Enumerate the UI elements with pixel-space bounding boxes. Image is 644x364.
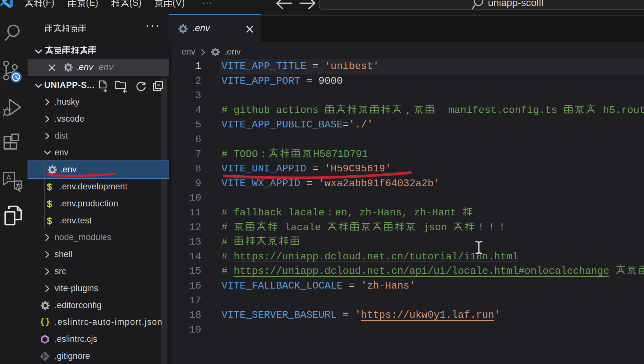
svg-text:A: A: [6, 173, 11, 181]
